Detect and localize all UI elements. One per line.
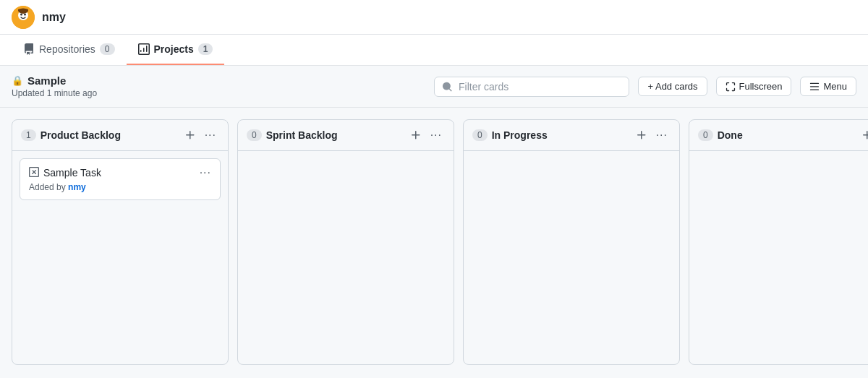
menu-label: Menu bbox=[823, 81, 847, 92]
add-card-button[interactable] bbox=[633, 128, 650, 142]
top-bar: nmy bbox=[0, 0, 868, 35]
column-actions: ··· bbox=[633, 127, 671, 143]
projects-tab-icon bbox=[138, 43, 150, 55]
column-body bbox=[689, 151, 868, 364]
username: nmy bbox=[42, 11, 66, 24]
column-count-badge: 1 bbox=[21, 129, 36, 141]
filter-search-box[interactable] bbox=[434, 77, 629, 97]
column-product-backlog: 1Product Backlog···Sample Task···Added b… bbox=[12, 119, 229, 365]
lock-icon: 🔒 bbox=[12, 75, 23, 86]
column-header-in-progress: 0In Progress··· bbox=[464, 120, 679, 151]
add-card-button[interactable] bbox=[407, 128, 425, 142]
add-card-button[interactable] bbox=[859, 128, 868, 142]
column-more-button[interactable]: ··· bbox=[427, 127, 445, 143]
menu-icon bbox=[809, 82, 820, 92]
add-cards-label: + Add cards bbox=[647, 81, 697, 92]
column-title-label: Sprint Backlog bbox=[266, 129, 338, 141]
column-actions: ··· bbox=[182, 127, 219, 143]
projects-tab-label: Projects bbox=[154, 43, 194, 55]
card-meta: Added by nmy bbox=[29, 182, 211, 192]
svg-point-2 bbox=[20, 13, 22, 15]
svg-point-3 bbox=[24, 13, 26, 15]
column-title-group: 1Product Backlog bbox=[21, 129, 121, 141]
repo-icon bbox=[23, 43, 35, 55]
card-user-link[interactable]: nmy bbox=[68, 182, 86, 192]
card: Sample Task···Added by nmy bbox=[20, 158, 221, 200]
column-sprint-backlog: 0Sprint Backlog··· bbox=[237, 119, 454, 365]
card-task-icon bbox=[29, 167, 39, 179]
repositories-tab-label: Repositories bbox=[39, 43, 95, 55]
tab-projects[interactable]: Projects 1 bbox=[127, 35, 225, 65]
column-title-label: Done bbox=[718, 129, 743, 141]
column-body bbox=[238, 151, 454, 364]
project-name: Sample bbox=[27, 74, 66, 87]
column-title-group: 0Sprint Backlog bbox=[247, 129, 337, 141]
project-title: 🔒 Sample bbox=[12, 74, 97, 87]
column-title-label: Product Backlog bbox=[41, 129, 121, 141]
repositories-count-badge: 0 bbox=[100, 43, 115, 55]
nav-tabs: Repositories 0 Projects 1 bbox=[0, 35, 868, 66]
column-count-badge: 0 bbox=[472, 129, 488, 141]
column-done: 0Done··· bbox=[689, 119, 868, 365]
column-header-done: 0Done··· bbox=[689, 120, 868, 151]
card-title-group: Sample Task bbox=[29, 167, 101, 179]
card-more-button[interactable]: ··· bbox=[200, 166, 211, 179]
add-cards-button[interactable]: + Add cards bbox=[638, 77, 707, 96]
fullscreen-label: Fullscreen bbox=[739, 81, 783, 92]
column-header-product-backlog: 1Product Backlog··· bbox=[12, 120, 228, 151]
column-count-badge: 0 bbox=[247, 129, 262, 141]
column-count-badge: 0 bbox=[698, 129, 713, 141]
column-title-label: In Progress bbox=[492, 129, 548, 141]
project-header: 🔒 Sample Updated 1 minute ago + Add card… bbox=[0, 66, 868, 108]
card-header: Sample Task··· bbox=[29, 166, 211, 179]
column-in-progress: 0In Progress··· bbox=[463, 119, 680, 365]
avatar[interactable] bbox=[12, 6, 35, 29]
project-actions: + Add cards Fullscreen Menu bbox=[434, 77, 856, 97]
project-subtitle: Updated 1 minute ago bbox=[12, 88, 97, 98]
menu-button[interactable]: Menu bbox=[800, 77, 856, 96]
fullscreen-icon bbox=[726, 82, 736, 92]
column-title-group: 0Done bbox=[698, 129, 743, 141]
card-title: Sample Task bbox=[43, 167, 101, 179]
search-icon bbox=[442, 81, 453, 93]
tab-repositories[interactable]: Repositories 0 bbox=[12, 35, 127, 65]
project-title-section: 🔒 Sample Updated 1 minute ago bbox=[12, 74, 97, 98]
column-title-group: 0In Progress bbox=[472, 129, 548, 141]
column-actions: ··· bbox=[407, 127, 445, 143]
column-actions: ··· bbox=[859, 127, 868, 143]
add-card-button[interactable] bbox=[182, 128, 199, 142]
column-more-button[interactable]: ··· bbox=[202, 127, 219, 143]
projects-count-badge: 1 bbox=[198, 43, 213, 55]
column-body bbox=[464, 151, 679, 364]
column-body: Sample Task···Added by nmy bbox=[12, 151, 228, 364]
filter-cards-input[interactable] bbox=[459, 81, 621, 93]
column-more-button[interactable]: ··· bbox=[653, 127, 671, 143]
fullscreen-button[interactable]: Fullscreen bbox=[716, 77, 792, 96]
board: 1Product Backlog···Sample Task···Added b… bbox=[0, 108, 868, 377]
column-header-sprint-backlog: 0Sprint Backlog··· bbox=[238, 120, 454, 151]
